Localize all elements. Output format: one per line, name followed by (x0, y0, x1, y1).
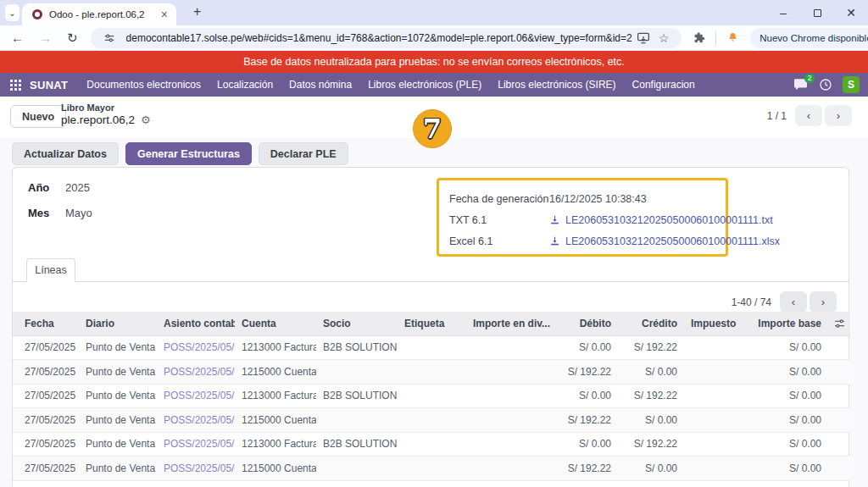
new-tab-button[interactable]: + (188, 4, 206, 19)
menu-documentos-electronicos[interactable]: Documentos electronicos (86, 79, 201, 91)
cell-socio (316, 360, 398, 385)
neutralized-banner: Base de datos neutralizada para pruebas:… (0, 51, 868, 73)
screen: ⌄ Odoo - ple.report.06,2 × + – ✕ ← → ↻ d… (0, 0, 868, 487)
cell-socio: B2B SOLUTIONS ... (316, 384, 398, 408)
asiento-link[interactable]: POSS/2025/05/0... (164, 414, 235, 426)
asiento-link[interactable]: POSS/2025/05/0... (164, 341, 235, 353)
header-importe-base[interactable]: Importe base (748, 312, 828, 335)
new-record-button[interactable]: Nuevo (10, 105, 66, 128)
optional-columns-icon[interactable] (828, 312, 850, 335)
chrome-update-label: Nuevo Chrome disponible (760, 33, 868, 43)
cell-debito: S/ 192.22 (557, 408, 618, 433)
header-cuenta[interactable]: Cuenta (235, 312, 316, 335)
cell-credito: S/ 0.00 (618, 408, 684, 433)
table-row[interactable]: 27/05/2025Punto de VentaPOSS/2025/05/0..… (13, 335, 850, 360)
header-impuesto[interactable]: Impuesto (684, 312, 748, 335)
app-brand[interactable]: SUNAT (30, 79, 68, 91)
site-settings-icon[interactable] (99, 32, 120, 44)
send-to-device-icon[interactable] (632, 32, 654, 44)
asiento-link[interactable]: POSS/2025/05/0... (164, 366, 235, 378)
apps-grid-icon[interactable] (10, 80, 21, 91)
table-row[interactable]: 27/05/2025Punto de VentaPOSS/2025/05/0..… (13, 384, 850, 408)
reload-icon[interactable]: ↻ (59, 30, 86, 46)
browser-toolbar: ← → ↻ democontable17.solse.pe/web#cids=1… (0, 25, 868, 51)
tab-close-icon[interactable]: × (159, 8, 170, 21)
browser-tab-strip: ⌄ Odoo - ple.report.06,2 × + – ✕ (0, 0, 868, 25)
extensions-puzzle-icon[interactable] (688, 31, 709, 44)
generar-estructuras-button[interactable]: Generar Estructuras (125, 142, 252, 165)
cell-importe_base: S/ 0.00 (748, 457, 828, 481)
txt-download-link[interactable]: LE2060531032120250500060100001111.txt (549, 214, 773, 226)
notification-bell-icon[interactable] (722, 31, 743, 44)
header-importe-div[interactable]: Importe en div... (465, 312, 557, 335)
breadcrumb-parent[interactable]: Libro Mayor (61, 102, 151, 113)
table-row[interactable]: 27/05/2025Punto de VentaPOSS/2025/05/0..… (13, 408, 850, 433)
table-row[interactable]: 27/05/2025Punto de VentaPOSS/2025/05/0..… (13, 360, 850, 385)
menu-libros-ple[interactable]: Libros electrónicos (PLE) (368, 79, 481, 91)
lines-pager: 1-40 / 74 ‹ › (732, 291, 837, 313)
lines-prev-button[interactable]: ‹ (780, 291, 807, 313)
cell-diario: Punto de Venta (79, 360, 157, 385)
cell-impuesto (684, 360, 748, 385)
breadcrumb: Libro Mayor ple.report.06,2 ⚙ (61, 102, 151, 126)
header-credito[interactable]: Crédito (618, 312, 684, 335)
restore-button[interactable] (800, 0, 834, 25)
cell-debito: S/ 192.22 (557, 457, 618, 481)
declarar-ple-button[interactable]: Declarar PLE (259, 142, 348, 165)
cell-impuesto (684, 432, 748, 457)
record-prev-button[interactable]: ‹ (795, 105, 822, 126)
cell-asiento: POSS/2025/05/0... (157, 457, 235, 481)
odoo-favicon-icon (32, 9, 42, 19)
tab-search-button[interactable]: ⌄ (5, 4, 19, 21)
cell-spacer (828, 335, 850, 360)
header-asiento-contable[interactable]: Asiento contable (157, 312, 235, 335)
asiento-link[interactable]: POSS/2025/05/0... (164, 438, 235, 450)
actualizar-datos-button[interactable]: Actualizar Datos (12, 142, 119, 165)
forward-icon[interactable]: → (31, 30, 59, 45)
asiento-link[interactable]: POSS/2025/05/0... (164, 462, 235, 474)
minimize-button[interactable]: – (766, 0, 800, 25)
table-row[interactable]: 27/05/2025Punto de VentaPOSS/2025/05/0..… (13, 432, 850, 457)
cell-diario: Punto de Venta (79, 432, 157, 457)
close-button[interactable]: ✕ (834, 0, 868, 25)
activities-clock-icon[interactable] (819, 78, 832, 91)
cell-fecha: 27/05/2025 (13, 360, 79, 385)
excel-download-link[interactable]: LE2060531032120250500060100001111.xlsx (549, 235, 780, 247)
url-bar[interactable]: democontable17.solse.pe/web#cids=1&menu_… (91, 28, 682, 48)
anio-value[interactable]: 2025 (65, 181, 90, 194)
url-text: democontable17.solse.pe/web#cids=1&menu_… (126, 32, 632, 44)
mes-value[interactable]: Mayo (65, 207, 92, 219)
bookmark-star-icon[interactable]: ☆ (654, 31, 674, 45)
cell-cuenta: 1213000 Facturas... (235, 384, 316, 408)
cell-cuenta: 1213000 Facturas... (235, 335, 316, 360)
neutralized-banner-text: Base de datos neutralizada para pruebas:… (243, 56, 625, 68)
table-row[interactable]: 27/05/2025Punto de VentaPOSS/2025/05/0..… (13, 457, 850, 481)
browser-tab[interactable]: Odoo - ple.report.06,2 × (22, 3, 176, 25)
tab-lineas[interactable]: Líneas (26, 258, 75, 282)
asiento-link[interactable]: POSS/2025/05/0... (164, 390, 235, 401)
fecha-generacion-label: Fecha de generación (449, 193, 549, 205)
lines-next-button[interactable]: › (810, 291, 837, 313)
menu-localizacion[interactable]: Localización (217, 79, 273, 91)
cell-importe_base: S/ 0.00 (748, 360, 828, 385)
cell-importe_div (465, 360, 557, 385)
cell-importe_div (465, 432, 557, 457)
record-settings-gear-icon[interactable]: ⚙ (141, 113, 151, 126)
header-etiqueta[interactable]: Etiqueta (398, 312, 465, 335)
messages-icon[interactable]: 2 (793, 78, 809, 91)
odoo-navbar: SUNAT Documentos electronicos Localizaci… (0, 73, 868, 97)
header-socio[interactable]: Socio (316, 312, 398, 335)
cell-impuesto (684, 384, 748, 408)
menu-configuracion[interactable]: Configuracion (632, 79, 695, 91)
record-next-button[interactable]: › (825, 105, 852, 126)
window-controls: – ✕ (766, 0, 868, 25)
menu-datos-nomina[interactable]: Datos nómina (289, 79, 352, 91)
header-fecha[interactable]: Fecha (13, 312, 79, 335)
header-diario[interactable]: Diario (79, 312, 157, 335)
lines-table-body: 27/05/2025Punto de VentaPOSS/2025/05/0..… (13, 335, 850, 480)
user-avatar[interactable]: S (843, 76, 860, 93)
menu-libros-sire[interactable]: Libros electrónicos (SIRE) (498, 79, 615, 91)
chrome-update-button[interactable]: Nuevo Chrome disponible ⋮ (750, 28, 868, 48)
back-icon[interactable]: ← (3, 30, 31, 45)
header-debito[interactable]: Débito (557, 312, 618, 335)
